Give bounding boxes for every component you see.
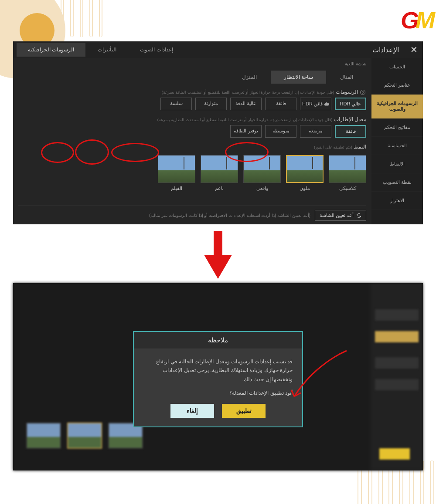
screen-sub-label: شاشة اللعبة xyxy=(18,61,366,66)
style-soft[interactable]: ناعم xyxy=(201,155,238,191)
gfx-opt-hdr-ultra[interactable]: فائق HDR xyxy=(300,98,331,110)
settings-header: ✕ الإعدادات إعدادات الصوت التأثيرات الرس… xyxy=(13,41,423,58)
annotation-down-arrow xyxy=(204,231,232,279)
fps-opt-medium[interactable]: متوسطة xyxy=(265,125,296,138)
annotation-curve-arrow xyxy=(288,348,349,405)
modal-buttons: تطبيق إلغاء xyxy=(134,404,302,426)
annotation-circle-2 xyxy=(75,139,109,165)
tab-effects[interactable]: التأثيرات xyxy=(86,43,128,57)
tab-sound[interactable]: إعدادات الصوت xyxy=(129,43,184,57)
blur-side-active xyxy=(375,331,419,342)
gfx-opt-smooth[interactable]: سلسة xyxy=(160,98,192,110)
subtab-home[interactable]: المنزل xyxy=(229,71,270,84)
blur-apply-btn xyxy=(379,448,410,460)
fps-options: فائقة مرتفعة متوسطة توفير الطاقة xyxy=(18,125,366,138)
settings-screenshot-bottom: ملاحظة قد تسبب إعدادات الرسومات ومعدل ال… xyxy=(13,283,423,470)
sidebar-item-graphics-sound[interactable]: الرسومات الجرافيكية والصوت xyxy=(371,95,423,118)
fps-label: معدل الإطارات (قلل جودة الإعدادات إن ارت… xyxy=(18,116,366,122)
reset-icon xyxy=(356,213,361,218)
subtab-lobby[interactable]: ساحة الانتظار xyxy=(271,71,326,84)
tab-graphics[interactable]: الرسومات الجرافيكية xyxy=(17,43,85,57)
sub-tabs: القتال ساحة الانتظار المنزل xyxy=(18,71,366,84)
confirm-modal: ملاحظة قد تسبب إعدادات الرسومات ومعدل ال… xyxy=(133,331,303,427)
sidebar-item-sensitivity[interactable]: الحساسية xyxy=(371,137,423,155)
fps-opt-high[interactable]: مرتفعة xyxy=(300,125,331,138)
modal-title: ملاحظة xyxy=(134,332,302,348)
info-icon[interactable]: ? xyxy=(360,90,365,95)
graphics-label: ? الرسومات (قلل جودة الإعدادات إن ارتفعت… xyxy=(18,89,366,95)
sidebar-item-account[interactable]: الحساب xyxy=(371,58,423,76)
gfx-opt-hd[interactable]: عالية الدقة xyxy=(230,98,262,110)
modal-body: قد تسبب إعدادات الرسومات ومعدل الإطارات … xyxy=(134,348,302,387)
reset-hint: (أعد تعيين الشاشة إذا أردت استعادة الإعد… xyxy=(149,213,310,218)
settings-title: الإعدادات xyxy=(366,46,405,54)
reset-bar: أعد تعيين الشاشة (أعد تعيين الشاشة إذا أ… xyxy=(18,205,366,224)
sidebar-item-pickup[interactable]: الالتقاط xyxy=(371,155,423,173)
style-hint: (يتم تطبيقه على الفور) xyxy=(314,145,352,149)
blur-side-3 xyxy=(375,379,419,390)
annotation-circle-4 xyxy=(225,142,269,162)
cloud-download-icon xyxy=(324,101,329,107)
style-colorful[interactable]: ملون xyxy=(286,155,324,191)
sidebar-item-controls[interactable]: عناصر التحكم xyxy=(371,76,423,95)
blur-side-2 xyxy=(375,357,419,369)
gfx-opt-ultra[interactable]: فائقة xyxy=(265,98,296,110)
settings-screenshot-top: ✕ الإعدادات إعدادات الصوت التأثيرات الرس… xyxy=(13,41,423,224)
fps-opt-powersave[interactable]: توفير الطاقة xyxy=(230,125,262,138)
settings-sidebar: الحساب عناصر التحكم الرسومات الجرافيكية … xyxy=(371,58,423,224)
gfx-opt-hdr-high[interactable]: عالي HDR xyxy=(335,98,366,110)
gm-logo: GM xyxy=(401,7,432,34)
gm-m: M xyxy=(416,7,432,33)
annotation-circle-3 xyxy=(111,143,159,162)
style-options: كلاسيكي ملون واقعي ناعم الفيلم xyxy=(18,155,366,191)
gfx-opt-balanced[interactable]: متوازنة xyxy=(195,98,227,110)
fps-opt-extreme[interactable]: فائقة xyxy=(335,125,366,138)
subtab-combat[interactable]: القتال xyxy=(327,71,366,84)
blur-style-row xyxy=(26,423,143,449)
header-tabs: إعدادات الصوت التأثيرات الرسومات الجرافي… xyxy=(17,43,184,57)
sidebar-item-vibration[interactable]: الاهتزاز xyxy=(371,192,423,210)
annotation-circle-1 xyxy=(41,142,74,163)
style-movie[interactable]: الفيلم xyxy=(158,155,195,191)
close-icon[interactable]: ✕ xyxy=(405,44,423,55)
blur-side-1 xyxy=(375,309,419,321)
sidebar-item-keys[interactable]: مفاتيح التحكم xyxy=(371,118,423,137)
reset-screen-button[interactable]: أعد تعيين الشاشة xyxy=(315,210,366,221)
graphics-hint: (قلل جودة الإعدادات إن ارتفعت درجة حرارة… xyxy=(162,90,334,95)
graphics-options: عالي HDR فائق HDR فائقة عالية الدقة متوا… xyxy=(18,98,366,110)
modal-cancel-button[interactable]: إلغاء xyxy=(170,404,214,418)
style-classic[interactable]: كلاسيكي xyxy=(329,155,366,191)
modal-question: أتود تطبيق الإعدادات المعدلة؟ xyxy=(134,387,302,404)
settings-main: شاشة اللعبة القتال ساحة الانتظار المنزل … xyxy=(13,58,371,224)
gm-g: G xyxy=(401,7,416,33)
fps-hint: (قلل جودة الإعدادات إن ارتفعت درجة حرارة… xyxy=(157,118,333,122)
sidebar-item-crosshair[interactable]: نقطة التصويب xyxy=(371,173,423,192)
modal-apply-button[interactable]: تطبيق xyxy=(222,404,266,418)
